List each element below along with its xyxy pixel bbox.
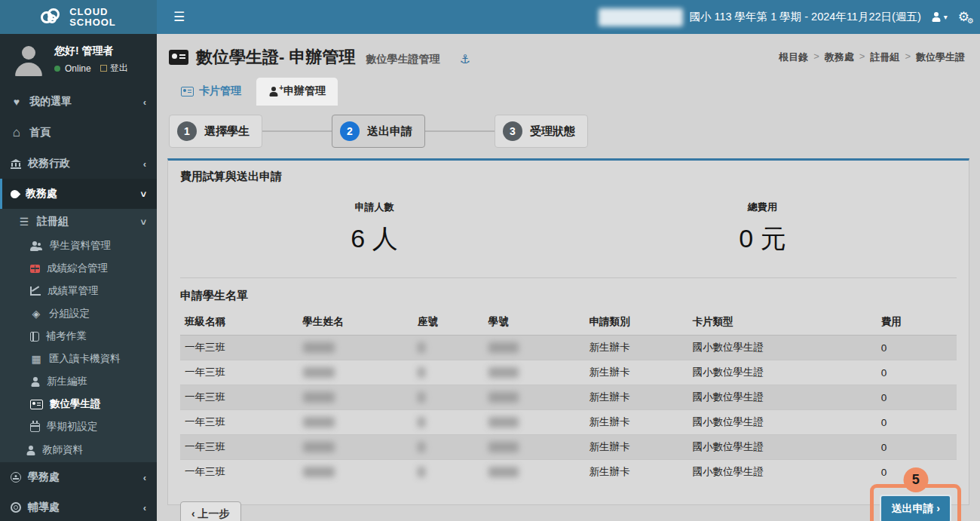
- actions-row: ‹ 上一步 5 送出申請 ›: [180, 484, 957, 521]
- sidebar-item-teacher-data[interactable]: 教師資料: [0, 438, 157, 462]
- sidebar-menu: ♥ 我的選單 ‹ ⌂ 首頁 校務行政 ‹ 教務處 ˅ ☰ 註冊組 ˅: [0, 87, 157, 521]
- page-title: 數位學生證- 申辦管理: [196, 46, 355, 69]
- id-card-icon: [169, 50, 188, 65]
- sidebar-item-semester-setup[interactable]: 學期初設定: [0, 415, 157, 438]
- home-icon: ⌂: [11, 125, 23, 140]
- academic-affairs-submenu: ☰ 註冊組 ˅ 學生資料管理 成績綜合管理 成績單管理 ◈ 分組設定: [0, 209, 157, 462]
- redacted-student-number: [488, 442, 519, 452]
- user-icon: [30, 377, 40, 387]
- chevron-left-icon: ‹: [143, 502, 146, 513]
- student-list-title: 申請學生名單: [180, 289, 957, 303]
- redacted-seat-number: [418, 392, 425, 403]
- col-apply-type: 申請類別: [585, 309, 688, 336]
- sidebar-item-makeup-exam[interactable]: 補考作業: [0, 325, 157, 348]
- divider: [180, 277, 957, 278]
- logout-button[interactable]: 登出: [100, 62, 128, 75]
- topbar: CLOUD SCHOOL ☰ 國小 113 學年第 1 學期 - 2024年11…: [0, 0, 980, 34]
- user-panel: 您好! 管理者 Online 登出: [0, 34, 157, 87]
- sidebar-item-school-admin[interactable]: 校務行政 ‹: [0, 149, 157, 179]
- online-status-icon: [54, 66, 60, 72]
- sidebar: 您好! 管理者 Online 登出 ♥ 我的選單 ‹ ⌂ 首頁 校務行政 ‹: [0, 34, 157, 521]
- sidebar-item-card-reader-import[interactable]: ▦ 匯入讀卡機資料: [0, 348, 157, 370]
- table-row: 一年三班 新生辦卡 國小數位學生證 0: [180, 460, 957, 485]
- breadcrumb-root[interactable]: 根目錄: [779, 51, 808, 64]
- table-row: 一年三班 新生辦卡 國小數位學生證 0: [180, 385, 957, 410]
- step-processing-status[interactable]: 3 受理狀態: [495, 115, 588, 148]
- school-term-date: 國小 113 學年第 1 學期 - 2024年11月22日(週五): [689, 10, 920, 24]
- tab-bar: 卡片管理 + 申辦管理: [157, 73, 980, 106]
- sidebar-item-student-affairs[interactable]: 學務處 ‹: [0, 462, 157, 492]
- step-select-students[interactable]: 1 選擇學生: [169, 115, 262, 148]
- col-fee: 費用: [877, 309, 957, 336]
- redacted-seat-number: [418, 417, 425, 428]
- sidebar-item-academic-affairs[interactable]: 教務處 ˅: [0, 179, 157, 209]
- online-status-label: Online: [65, 63, 91, 74]
- tab-card-management[interactable]: 卡片管理: [169, 78, 253, 106]
- chevron-down-icon: ˅: [140, 188, 146, 200]
- table-icon: [30, 265, 40, 273]
- person-plus-icon: +: [268, 87, 278, 97]
- stat-total-fee: 總費用 0 元: [568, 201, 957, 256]
- panel-title: 費用試算與送出申請: [180, 170, 957, 184]
- redacted-student-number: [488, 367, 519, 378]
- chevron-down-icon: ˅: [140, 216, 146, 228]
- table-row: 一年三班 新生辦卡 國小數位學生證 0: [180, 336, 957, 360]
- fee-panel: 費用試算與送出申請 申請人數 6 人 總費用 0 元 申請學生名單 班級名稱 學…: [167, 158, 969, 505]
- breadcrumb-current[interactable]: 數位學生證: [916, 51, 965, 64]
- calendar-icon: [30, 423, 40, 432]
- table-row: 一年三班 新生辦卡 國小數位學生證 0: [180, 410, 957, 435]
- sidebar-item-grade-management[interactable]: 成績綜合管理: [0, 257, 157, 280]
- sidebar-item-counseling[interactable]: 輔導處 ‹: [0, 492, 157, 521]
- user-icon: [932, 12, 942, 22]
- redacted-student-name: [303, 467, 335, 477]
- step-connector: [425, 130, 495, 132]
- stat-applicant-count: 申請人數 6 人: [180, 201, 568, 256]
- app-logo[interactable]: CLOUD SCHOOL: [0, 0, 157, 34]
- page-subtitle: 數位學生證管理: [366, 53, 439, 66]
- heart-icon: ♥: [11, 96, 23, 108]
- breadcrumb-academic[interactable]: 教務處: [825, 51, 854, 64]
- sign-out-icon: [100, 65, 107, 72]
- step-submit-application[interactable]: 2 送出申請: [332, 115, 425, 148]
- sidebar-item-group-settings[interactable]: ◈ 分組設定: [0, 302, 157, 325]
- tutorial-step-badge: 5: [903, 467, 928, 492]
- redacted-seat-number: [418, 442, 425, 452]
- sidebar-item-registration-group[interactable]: ☰ 註冊組 ˅: [0, 209, 157, 234]
- breadcrumb: 根目錄 > 教務處 > 註冊組 > 數位學生證: [779, 46, 965, 64]
- chevron-left-icon: ‹: [143, 158, 146, 170]
- sidebar-item-my-menu[interactable]: ♥ 我的選單 ‹: [0, 87, 157, 117]
- breadcrumb-separator: >: [905, 51, 911, 64]
- grid-icon: ▦: [30, 353, 42, 365]
- user-greeting: 您好! 管理者: [54, 44, 128, 58]
- col-card-type: 卡片類型: [688, 309, 877, 336]
- breadcrumb-registration[interactable]: 註冊組: [870, 51, 899, 64]
- redacted-student-name: [303, 367, 335, 378]
- avatar: [12, 43, 45, 76]
- redacted-seat-number: [418, 467, 425, 477]
- redacted-student-number: [488, 467, 519, 477]
- redacted-student-name: [303, 442, 335, 452]
- sidebar-item-freshman-class[interactable]: 新生編班: [0, 370, 157, 393]
- anchor-icon[interactable]: ⚓: [459, 52, 470, 66]
- breadcrumb-separator: >: [813, 51, 819, 64]
- sidebar-item-home[interactable]: ⌂ 首頁: [0, 117, 157, 149]
- user-menu[interactable]: ▾: [932, 12, 948, 22]
- submit-application-button[interactable]: 送出申請 ›: [880, 495, 951, 521]
- step-connector: [262, 130, 332, 132]
- hamburger-menu-icon[interactable]: ☰: [167, 6, 191, 28]
- sidebar-item-report-card[interactable]: 成績單管理: [0, 280, 157, 302]
- users-icon: [30, 241, 43, 251]
- leaf-icon: [9, 188, 21, 200]
- redacted-student-number: [488, 342, 519, 353]
- tab-application-management[interactable]: + 申辦管理: [256, 78, 338, 106]
- redacted-seat-number: [418, 342, 425, 353]
- chevron-down-icon: ▾: [944, 13, 948, 21]
- settings-gears-icon[interactable]: ⚙⚙: [958, 11, 969, 23]
- previous-step-button[interactable]: ‹ 上一步: [180, 501, 241, 521]
- life-ring-icon: [11, 502, 21, 513]
- total-fee-value: 0 元: [568, 222, 957, 256]
- redacted-student-number: [488, 417, 519, 428]
- sidebar-item-student-data[interactable]: 學生資料管理: [0, 234, 157, 257]
- col-seat-number: 座號: [413, 309, 484, 336]
- sidebar-item-digital-student-id[interactable]: 數位學生證: [0, 393, 157, 415]
